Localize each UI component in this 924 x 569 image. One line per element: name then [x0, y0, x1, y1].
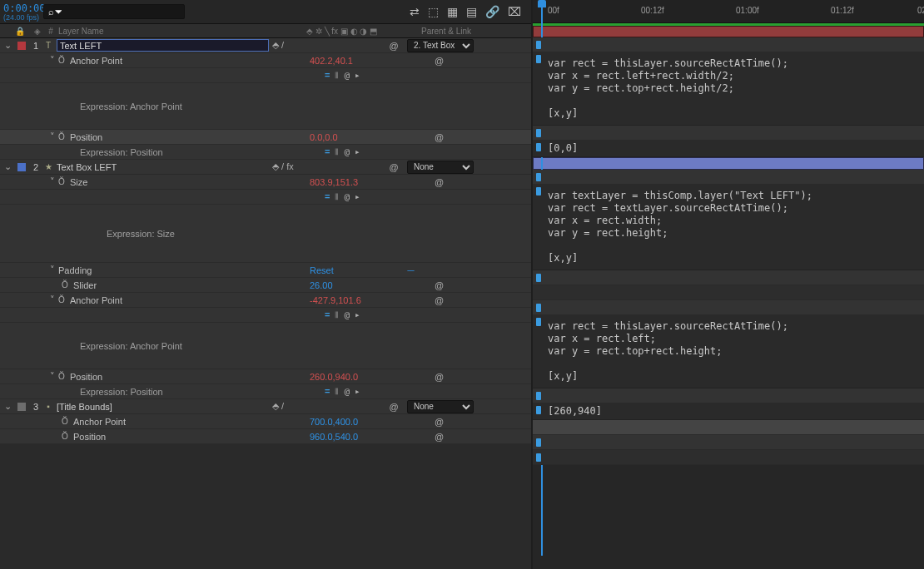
layer-switches[interactable]: ⬘ /	[272, 40, 380, 51]
property-link-icon[interactable]: @	[435, 432, 444, 442]
property-value[interactable]: 260.0,940.0	[310, 372, 358, 382]
parent-dropdown[interactable]: None	[407, 161, 474, 174]
pickwhip-icon[interactable]: @	[385, 402, 402, 412]
layer-name[interactable]: [Title Bounds]	[57, 402, 112, 412]
pickwhip-icon[interactable]: @	[385, 41, 402, 51]
expression-editor[interactable]: var rect = thisLayer.sourceRectAtTime();…	[533, 315, 924, 388]
layer-bar[interactable]	[533, 420, 924, 435]
expression-menu-icon[interactable]: ▸	[355, 70, 360, 81]
layer-color-chip[interactable]	[17, 403, 26, 411]
layer-switches[interactable]: ⬘ /	[272, 401, 380, 412]
chevron-down-icon[interactable]: ˅	[47, 131, 58, 142]
layer-name-input[interactable]	[57, 39, 269, 52]
property-value[interactable]: -427.9,101.6	[310, 295, 361, 305]
keyframe-marker[interactable]	[536, 438, 541, 447]
stopwatch-icon[interactable]: Ŏ	[58, 132, 70, 141]
chevron-down-icon[interactable]: ˅	[47, 55, 58, 66]
stopwatch-icon[interactable]: Ŏ	[58, 56, 70, 65]
timecode[interactable]: 0:00:00:00 (24.00 fps)	[0, 2, 43, 22]
expression-pickwhip-icon[interactable]: @	[344, 386, 350, 397]
frame-icon[interactable]: ⌧	[508, 5, 521, 18]
property-row-position[interactable]: ˅ Ŏ Position 260.0,940.0 @	[0, 369, 531, 384]
expression-editor[interactable]: var textLayer = thisComp.layer("Text LEF…	[533, 185, 924, 270]
layer-row[interactable]: ⌄ 1 T ⬘ / @ 2. Text Box LEFT	[0, 38, 531, 53]
expression-menu-icon[interactable]: ▸	[355, 386, 360, 397]
property-row-anchor[interactable]: Ŏ Anchor Point 700.0,400.0 @	[0, 414, 531, 429]
property-link-icon[interactable]: @	[435, 372, 444, 382]
expression-graph-icon[interactable]: ⦀	[335, 309, 339, 320]
keyframe-marker[interactable]	[536, 392, 541, 400]
expression-graph-icon[interactable]: ⦀	[335, 146, 339, 157]
keyframe-marker[interactable]	[536, 129, 541, 137]
expression-graph-icon[interactable]: ⦀	[335, 191, 339, 202]
current-time-indicator[interactable]	[538, 0, 546, 23]
keyframe-marker[interactable]	[536, 55, 541, 63]
property-row-padding[interactable]: ˅ Padding Reset ⸺	[0, 263, 531, 278]
timecode-value[interactable]: 0:00:00:00	[3, 2, 40, 14]
property-link-icon[interactable]: @	[435, 56, 444, 66]
expression-menu-icon[interactable]: ▸	[355, 146, 360, 157]
layer-name[interactable]: Text Box LEFT	[57, 162, 117, 172]
property-value[interactable]: 0.0,0.0	[310, 132, 338, 142]
expression-pickwhip-icon[interactable]: @	[344, 191, 350, 202]
chevron-down-icon[interactable]: ˅	[47, 294, 58, 305]
stopwatch-icon[interactable]: Ŏ	[58, 372, 70, 381]
parent-dropdown[interactable]: None	[407, 400, 474, 413]
layer-bar[interactable]	[533, 26, 924, 37]
chevron-down-icon[interactable]: ⌄	[0, 161, 15, 172]
expression-pickwhip-icon[interactable]: @	[344, 70, 350, 81]
reset-link[interactable]: Reset	[310, 265, 334, 275]
property-link-icon[interactable]: @	[435, 417, 444, 427]
chevron-down-icon[interactable]: ⌄	[0, 40, 15, 51]
stopwatch-icon[interactable]: Ŏ	[62, 417, 73, 426]
chevron-down-icon[interactable]: ˅	[47, 265, 58, 275]
timeline-pane[interactable]: 00f 00:12f 01:00f 01:12f 02 var rect = t…	[531, 0, 924, 569]
property-row-slider[interactable]: Ŏ Slider 26.00 @	[0, 278, 531, 293]
property-value[interactable]: 960.0,540.0	[310, 432, 358, 442]
expression-toggle-icon[interactable]: =	[325, 191, 330, 202]
expression-editor[interactable]: var rect = thisLayer.sourceRectAtTime();…	[533, 52, 924, 126]
keyframe-marker[interactable]	[536, 187, 541, 195]
search-input[interactable]: ⌕⏷	[43, 4, 185, 19]
expression-editor[interactable]: [260,940]	[533, 403, 924, 420]
parent-dropdown[interactable]: 2. Text Box LEFT	[407, 39, 474, 52]
property-value[interactable]: 700.0,400.0	[310, 417, 358, 427]
property-row-size[interactable]: ˅ Ŏ Size 803.9,151.3 @	[0, 175, 531, 190]
property-row-anchor[interactable]: ˅ Ŏ Anchor Point 402.2,40.1 @	[0, 53, 531, 68]
property-link-icon[interactable]: @	[435, 177, 444, 187]
time-ruler[interactable]: 00f 00:12f 01:00f 01:12f 02	[533, 0, 924, 23]
chevron-down-icon[interactable]: ˅	[47, 371, 58, 382]
expression-toggle-icon[interactable]: =	[325, 70, 330, 81]
property-row-anchor[interactable]: ˅ Ŏ Anchor Point -427.9,101.6 @	[0, 293, 531, 308]
grid-icon[interactable]: ▦	[447, 5, 458, 18]
property-link-icon[interactable]: @	[435, 132, 444, 142]
keyframe-marker[interactable]	[536, 173, 541, 181]
layer-row[interactable]: ⌄ 3 ▪ [Title Bounds] ⬘ / @ None	[0, 399, 531, 414]
property-value[interactable]: 402.2,40.1	[310, 56, 353, 66]
expression-graph-icon[interactable]: ⦀	[335, 70, 339, 81]
expression-graph-icon[interactable]: ⦀	[335, 386, 339, 397]
expression-toggle-icon[interactable]: =	[325, 309, 330, 320]
stopwatch-icon[interactable]: Ŏ	[58, 177, 70, 186]
layer-color-chip[interactable]	[17, 42, 26, 50]
layer-switches[interactable]: ⬘ / fx	[272, 161, 380, 172]
chevron-down-icon[interactable]: ⌄	[0, 401, 15, 412]
property-value[interactable]: 803.9,151.3	[310, 177, 358, 187]
property-row-position[interactable]: ˅ Ŏ Position 0.0,0.0 @	[0, 130, 531, 145]
chevron-down-icon[interactable]: ˅	[47, 176, 58, 187]
keyframe-marker[interactable]	[536, 318, 541, 326]
layer-color-chip[interactable]	[17, 163, 26, 171]
keyframe-marker[interactable]	[536, 143, 541, 151]
keyframe-marker[interactable]	[536, 406, 541, 414]
cube-icon[interactable]: ⬚	[428, 5, 439, 18]
keyframe-marker[interactable]	[536, 304, 541, 312]
switches-toggle-icon[interactable]: ⇄	[410, 5, 420, 18]
layer-row[interactable]: ⌄ 2 ★ Text Box LEFT ⬘ / fx @ None	[0, 160, 531, 175]
keyframe-marker[interactable]	[536, 274, 541, 282]
stopwatch-icon[interactable]: Ŏ	[58, 295, 70, 304]
expression-editor[interactable]: [0,0]	[533, 141, 924, 157]
property-value[interactable]: 26.00	[310, 280, 333, 290]
expression-menu-icon[interactable]: ▸	[355, 191, 360, 202]
property-row-position[interactable]: Ŏ Position 960.0,540.0 @	[0, 429, 531, 444]
layers-icon[interactable]: ▤	[466, 5, 477, 18]
